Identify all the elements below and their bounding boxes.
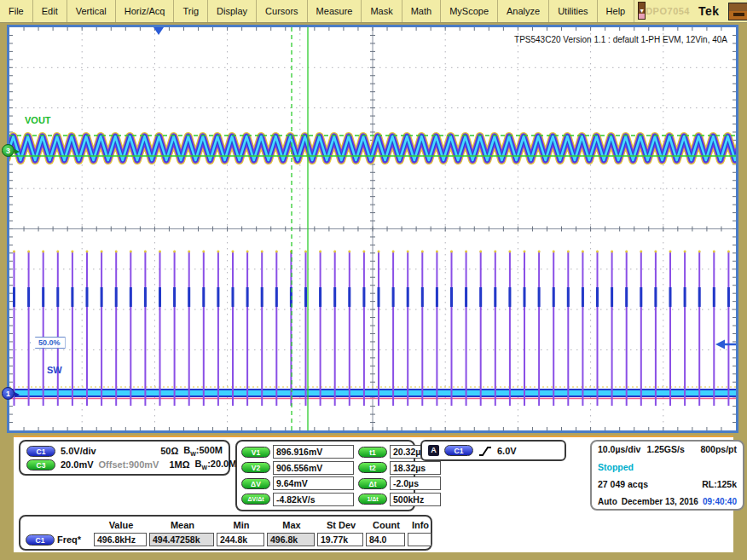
channel-1-readout[interactable]: C1 5.0V/div 50Ω BW:500M bbox=[26, 445, 223, 457]
waveform-display[interactable] bbox=[9, 27, 736, 430]
trigger-mode: Auto bbox=[598, 497, 617, 506]
model-label: DPO7054 bbox=[646, 6, 690, 16]
trigger-level: 6.0V bbox=[497, 446, 517, 456]
resolution: 800ps/pt bbox=[700, 444, 737, 454]
sw-trace-label: SW bbox=[47, 365, 62, 375]
header-max: Max bbox=[268, 520, 316, 530]
ch3-scale: 20.0mV bbox=[61, 459, 94, 470]
meas-max: 496.8k bbox=[267, 533, 315, 546]
waveform-area: TPS543C20 Version 1.1 : default 1-PH EVM… bbox=[7, 25, 738, 433]
measurement-table-header: Value Mean Min Max St Dev Count Info bbox=[26, 518, 426, 532]
channel-3-arrow-icon bbox=[14, 149, 22, 154]
ch3-impedance: 1MΩ bbox=[169, 459, 189, 470]
menu-vertical[interactable]: Vertical bbox=[67, 0, 116, 22]
channel-1-marker[interactable]: 1 bbox=[2, 387, 14, 400]
ch1-impedance: 50Ω bbox=[160, 446, 178, 456]
t2-value: 18.32µs bbox=[390, 461, 441, 475]
sample-rate: 1.25GS/s bbox=[646, 444, 684, 454]
tek-logo: Tek bbox=[698, 4, 720, 18]
meas-value: 496.8kHz bbox=[94, 533, 147, 546]
acq-count: 27 049 acqs bbox=[598, 479, 648, 489]
v1-value: 896.916mV bbox=[273, 445, 354, 459]
trigger-source-badge[interactable]: C1 bbox=[444, 445, 473, 456]
toolbar-collapse-button[interactable]: ▼ bbox=[638, 2, 646, 20]
acq-status: Stopped bbox=[598, 462, 634, 472]
date-label: December 13, 2016 bbox=[622, 497, 698, 506]
time-label: 09:40:40 bbox=[703, 497, 737, 506]
dt-badge: Δt bbox=[358, 478, 387, 489]
horizontal-acq-panel: 10.0µs/div 1.25GS/s 800ps/pt Stopped 27 … bbox=[590, 440, 744, 511]
record-length: RL:125k bbox=[702, 479, 737, 489]
dv-badge: ΔV bbox=[241, 478, 270, 489]
trigger-a-badge: A bbox=[428, 445, 439, 456]
header-value: Value bbox=[95, 520, 148, 530]
vout-trace-label: VOUT bbox=[25, 115, 51, 125]
dt-value: -2.0µs bbox=[390, 476, 441, 490]
rising-edge-icon bbox=[478, 445, 492, 457]
header-mean: Mean bbox=[150, 520, 215, 530]
t2-badge: t2 bbox=[358, 462, 387, 473]
meas-name: Freq* bbox=[57, 534, 91, 545]
menu-myscope[interactable]: MyScope bbox=[441, 0, 498, 22]
channel-3-marker[interactable]: 3 bbox=[2, 144, 14, 157]
channel-1-arrow-icon bbox=[14, 392, 22, 397]
cursor-readout-panel: V1896.916mV V2906.556mV ΔV9.64mV ΔV/Δt-4… bbox=[235, 440, 415, 511]
ch1-bandwidth: BW:500M bbox=[183, 445, 223, 457]
screen-annotation: TPS543C20 Version 1.1 : default 1-PH EVM… bbox=[514, 35, 727, 44]
menu-math[interactable]: Math bbox=[402, 0, 441, 22]
inv-dt-badge: 1/Δt bbox=[358, 494, 387, 505]
header-min: Min bbox=[217, 520, 265, 530]
v2-value: 906.556mV bbox=[273, 461, 354, 475]
menu-edit[interactable]: Edit bbox=[33, 0, 67, 22]
ch1-scale: 5.0V/div bbox=[61, 446, 96, 456]
menu-bar: File Edit Vertical Horiz/Acq Trig Displa… bbox=[0, 0, 747, 23]
header-count: Count bbox=[367, 520, 406, 530]
menu-analyze[interactable]: Analyze bbox=[498, 0, 549, 22]
meas-stdev: 19.77k bbox=[317, 533, 363, 546]
menu-cursors[interactable]: Cursors bbox=[257, 0, 308, 22]
dvdt-value: -4.82kV/s bbox=[273, 493, 354, 506]
trigger-readout-panel[interactable]: A C1 6.0V bbox=[420, 440, 566, 461]
v1-badge: V1 bbox=[241, 447, 270, 458]
meas-source-badge: C1 bbox=[26, 534, 55, 546]
dvdt-badge: ΔV/Δt bbox=[241, 494, 270, 505]
menu-measure[interactable]: Measure bbox=[308, 0, 362, 22]
t1-badge: t1 bbox=[358, 447, 387, 458]
menu-horiz-acq[interactable]: Horiz/Acq bbox=[116, 0, 175, 22]
menu-help[interactable]: Help bbox=[598, 0, 635, 22]
ch1-badge[interactable]: C1 bbox=[26, 446, 55, 457]
channel-3-readout[interactable]: C3 20.0mV Offset:900mV 1MΩ BW:20.0M bbox=[26, 459, 223, 471]
dv-value: 9.64mV bbox=[273, 476, 354, 490]
meas-mean: 494.47258k bbox=[149, 533, 214, 546]
menu-display[interactable]: Display bbox=[208, 0, 257, 22]
menu-utilities[interactable]: Utilities bbox=[549, 0, 597, 22]
meas-min: 244.8k bbox=[217, 533, 264, 546]
meas-info bbox=[408, 533, 431, 546]
ch3-badge[interactable]: C3 bbox=[26, 459, 55, 471]
channel-readout-panel[interactable]: C1 5.0V/div 50Ω BW:500M C3 20.0mV Offset… bbox=[19, 440, 230, 476]
inv-dt-value: 500kHz bbox=[390, 493, 441, 506]
minimize-icon bbox=[733, 13, 744, 16]
measurement-row-freq[interactable]: C1 Freq* 496.8kHz 494.47258k 244.8k 496.… bbox=[26, 532, 426, 547]
ch3-offset: Offset:900mV bbox=[99, 459, 159, 470]
meas-count: 84.0 bbox=[366, 533, 405, 546]
measurement-table-panel: Value Mean Min Max St Dev Count Info C1 … bbox=[19, 515, 432, 551]
header-info: Info bbox=[408, 520, 432, 530]
menu-mask[interactable]: Mask bbox=[362, 0, 402, 22]
header-stdev: St Dev bbox=[318, 520, 364, 530]
timebase-scale: 10.0µs/div bbox=[598, 444, 640, 454]
menu-trig[interactable]: Trig bbox=[174, 0, 208, 22]
minimize-button[interactable] bbox=[728, 3, 747, 20]
horizontal-position-tag: 50.0% bbox=[30, 337, 66, 349]
v2-badge: V2 bbox=[241, 462, 270, 473]
menu-file[interactable]: File bbox=[0, 0, 33, 22]
ch3-bandwidth: BW:20.0M bbox=[195, 459, 237, 471]
